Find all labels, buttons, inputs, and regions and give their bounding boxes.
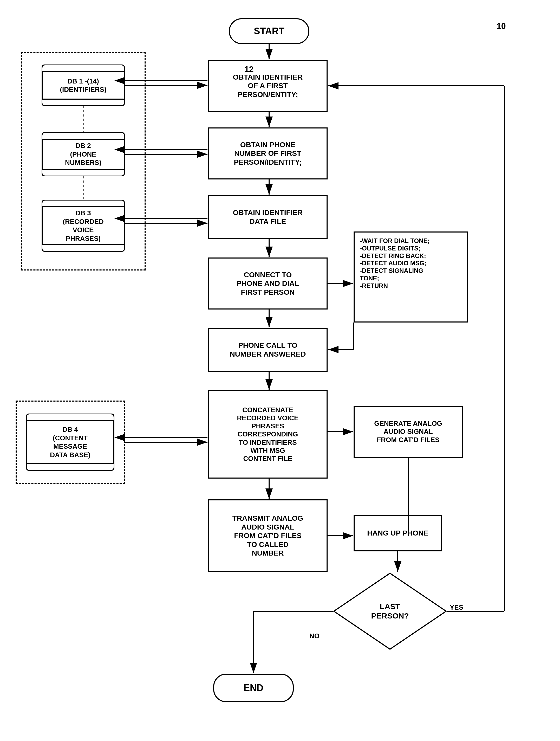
dial-steps-node: -WAIT FOR DIAL TONE; -OUTPULSE DIGITS; -… <box>354 231 468 323</box>
flowchart-diagram: 10 12 START OBTAIN IDENTIFIER OF A FIRST… <box>0 0 560 741</box>
yes-label: YES <box>450 603 463 611</box>
end-node: END <box>213 674 294 702</box>
transmit-node: TRANSMIT ANALOG AUDIO SIGNAL FROM CAT'D … <box>208 499 328 572</box>
last-person-diamond: LAST PERSON? <box>333 572 447 650</box>
hang-up-node: HANG UP PHONE <box>354 515 442 551</box>
no-label: NO <box>309 632 320 640</box>
generate-analog-node: GENERATE ANALOG AUDIO SIGNAL FROM CAT'D … <box>354 406 463 458</box>
obtain-phone-node: OBTAIN PHONE NUMBER OF FIRST PERSON/IDEN… <box>208 127 328 180</box>
obtain-data-file-node: OBTAIN IDENTIFIER DATA FILE <box>208 195 328 239</box>
label-10: 10 <box>497 21 506 31</box>
connect-dial-node: CONNECT TO PHONE AND DIAL FIRST PERSON <box>208 258 328 310</box>
start-node: START <box>229 18 309 44</box>
phone-answered-node: PHONE CALL TO NUMBER ANSWERED <box>208 328 328 372</box>
obtain-identifier-node: OBTAIN IDENTIFIER OF A FIRST PERSON/ENTI… <box>208 60 328 112</box>
concatenate-node: CONCATENATE RECORDED VOICE PHRASES CORRE… <box>208 390 328 479</box>
